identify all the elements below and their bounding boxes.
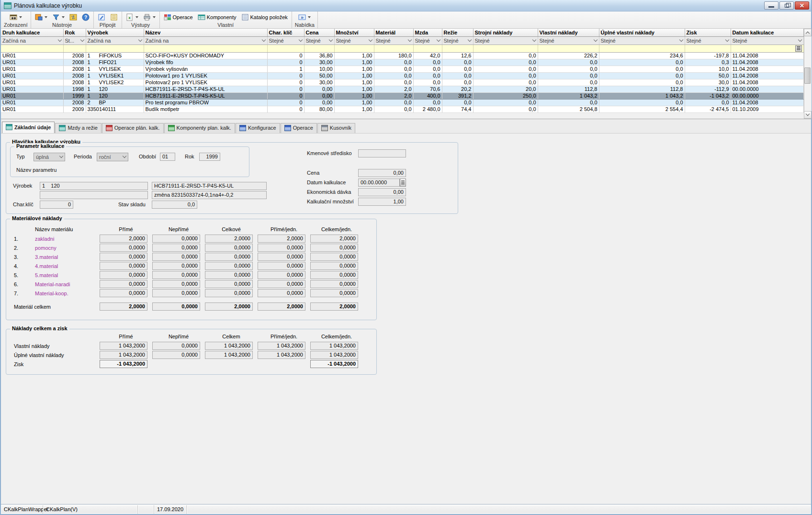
grid-column-header[interactable]: Strojní náklady xyxy=(473,29,538,36)
material-neprime-field[interactable]: 0,0000 xyxy=(152,244,200,252)
grid-row[interactable]: UR01 2008 1FIFOKUS SCO-FIFO+KUSY DOHROMA… xyxy=(1,52,803,59)
vyrobek-name-field[interactable]: HCB71911-E-2RSD-T-P4S-K5-UL xyxy=(152,182,267,190)
grid-column-header[interactable]: Množství xyxy=(334,29,374,36)
grid-row[interactable]: UR01 2008 2BP Pro test programu PBROW 0 … xyxy=(1,99,803,106)
material-celkove-field[interactable]: 0,0000 xyxy=(205,253,253,261)
filter-combo[interactable]: Stejné xyxy=(335,37,374,45)
material-prime-jedn-field[interactable]: 0,0000 xyxy=(258,244,305,252)
komponenty-button[interactable]: Komponenty xyxy=(197,13,237,22)
material-celkem-jedn-field[interactable]: 2,0000 xyxy=(310,235,358,243)
material-prime-jedn-field[interactable]: 0,0000 xyxy=(258,271,305,279)
vyrobek-note-field[interactable]: změna 823150337z4-0,1na4+-0,2 xyxy=(152,191,267,199)
menu-button[interactable]: » xyxy=(297,13,312,22)
material-celkem-jedn-field[interactable]: 0,0000 xyxy=(310,244,358,252)
filter-combo[interactable]: Stejné xyxy=(474,37,538,45)
close-button[interactable]: ✕ xyxy=(795,1,809,10)
cena-field[interactable]: 0,00 xyxy=(358,169,406,177)
material-prime-field[interactable]: 0,0000 xyxy=(100,271,147,279)
grid-row[interactable]: UR01 1999 1120 HCB71911-E-2RSD-T-P4S-K5-… xyxy=(1,92,803,99)
grid-row[interactable]: UR01 2008 1VYLISEK Výrobek vylisován 1 1… xyxy=(1,66,803,72)
grid-column-header[interactable]: Materiál xyxy=(374,29,413,36)
material-neprime-field[interactable]: 0,0000 xyxy=(152,289,200,297)
material-name-link[interactable]: 3.material xyxy=(25,254,100,260)
kalkulacni-mnozstvi-field[interactable]: 1,00 xyxy=(358,198,406,206)
grid-column-header[interactable]: Char. klíč xyxy=(267,29,304,36)
material-celkem-jedn-field[interactable]: 0,0000 xyxy=(310,271,358,279)
material-prime-jedn-field[interactable]: 0,0000 xyxy=(258,253,305,261)
typ-combobox[interactable]: úplná xyxy=(34,153,65,161)
operace-button[interactable]: Operace xyxy=(163,13,194,22)
scrollbar-thumb[interactable] xyxy=(804,67,811,84)
material-neprime-field[interactable]: 0,0000 xyxy=(152,253,200,261)
filter-combo[interactable]: Začíná na xyxy=(1,37,63,45)
material-celkove-field[interactable]: 0,0000 xyxy=(205,244,253,252)
grid-column-header[interactable]: Výrobek xyxy=(86,29,144,36)
material-neprime-field[interactable]: 0,0000 xyxy=(152,280,200,288)
material-celkove-field[interactable]: 0,0000 xyxy=(205,262,253,270)
material-prime-field[interactable]: 2,0000 xyxy=(100,235,147,243)
scroll-up-button[interactable] xyxy=(804,29,812,36)
filter-combo[interactable]: Stejné xyxy=(304,37,334,45)
transfer-button[interactable] xyxy=(68,13,78,22)
material-prime-field[interactable]: 0,0000 xyxy=(100,253,147,261)
filter-entry-cell[interactable] xyxy=(1,45,63,52)
filter-combo[interactable]: St... xyxy=(64,37,86,45)
material-prime-field[interactable]: 0,0000 xyxy=(100,289,147,297)
grid-column-header[interactable]: Vlastní náklady xyxy=(538,29,599,36)
perioda-combobox[interactable]: roční xyxy=(97,153,128,161)
filter-menu-button[interactable] xyxy=(51,13,66,22)
grid-column-header[interactable]: Zisk xyxy=(685,29,731,36)
material-prime-jedn-field[interactable]: 0,0000 xyxy=(258,280,305,288)
material-neprime-field[interactable]: 0,0000 xyxy=(152,235,200,243)
material-neprime-field[interactable]: 0,0000 xyxy=(152,262,200,270)
material-celkove-field[interactable]: 0,0000 xyxy=(205,280,253,288)
material-celkove-field[interactable]: 2,0000 xyxy=(205,235,253,243)
vyrobek-field2[interactable] xyxy=(40,191,148,199)
grid-row[interactable]: UR01 1998 1120 HCB71911-E-2RSD-T-P4S-K5-… xyxy=(1,86,803,92)
material-prime-jedn-field[interactable]: 2,0000 xyxy=(258,235,305,243)
material-prime-jedn-field[interactable]: 0,0000 xyxy=(258,289,305,297)
material-celkove-field[interactable]: 0,0000 xyxy=(205,271,253,279)
grid-row[interactable]: UR01 2008 1VYLISEK2 Polotovar2 pro 1 VYL… xyxy=(1,79,803,86)
material-celkem-jedn-field[interactable]: 0,0000 xyxy=(310,289,358,297)
grid-row[interactable]: UR01 2008 1VYLISEK1 Polotovar1 pro 1 VYL… xyxy=(1,72,803,79)
scroll-down-button[interactable] xyxy=(804,111,812,119)
grid-row[interactable]: UR01 2009 3350140111 Budík motlpetr 0 80… xyxy=(1,106,803,112)
grid-column-header[interactable]: Název xyxy=(144,29,267,36)
tab-zakladni-udaje[interactable]: Základní údaje xyxy=(2,122,55,133)
help-button[interactable]: ? xyxy=(81,13,90,22)
filter-combo[interactable]: Začíná na xyxy=(144,37,267,45)
obdobi-field[interactable]: 01 xyxy=(160,153,175,161)
export-button[interactable]: x xyxy=(125,13,139,22)
material-name-link[interactable]: 5.material xyxy=(25,272,100,278)
view-menu-button[interactable] xyxy=(9,13,23,22)
filter-combo[interactable]: Stejné xyxy=(685,37,731,45)
vertical-scrollbar[interactable] xyxy=(804,29,812,119)
grid-column-header[interactable]: Rok xyxy=(63,29,86,36)
kmenove-field[interactable] xyxy=(358,149,406,157)
material-prime-field[interactable]: 0,0000 xyxy=(100,262,147,270)
material-name-link[interactable]: zakladni xyxy=(25,236,100,242)
material-name-link[interactable]: pomocny xyxy=(25,245,100,251)
filter-combo[interactable]: Stejné xyxy=(538,37,599,45)
tab-konfigurace[interactable]: Konfigurace xyxy=(236,123,280,133)
tab-mzdy-a-rezie[interactable]: Mzdy a režie xyxy=(55,123,101,133)
edit-note-button[interactable] xyxy=(97,13,106,22)
attach-table-button[interactable] xyxy=(109,13,119,22)
print-button[interactable] xyxy=(142,13,157,22)
filter-combo[interactable]: Stejné xyxy=(374,37,413,45)
material-prime-jedn-field[interactable]: 0,0000 xyxy=(258,262,305,270)
tab-komponenty-plan-kalk[interactable]: Komponenty plan. kalk. xyxy=(164,123,235,133)
katalog-button[interactable]: Katalog položek xyxy=(240,13,289,22)
material-name-link[interactable]: 4.material xyxy=(25,263,100,269)
material-prime-field[interactable]: 0,0000 xyxy=(100,280,147,288)
grid-column-header[interactable]: Druh kalkulace xyxy=(1,29,63,36)
material-name-link[interactable]: Material-koop. xyxy=(25,291,100,296)
material-name-link[interactable]: Material-naradi xyxy=(25,281,100,287)
tab-kusovnik[interactable]: Kusovník xyxy=(317,123,355,133)
grid-column-header[interactable]: Datum kalkulace xyxy=(731,29,803,36)
filter-combo[interactable]: Stejné xyxy=(731,37,803,45)
material-celkove-field[interactable]: 0,0000 xyxy=(205,289,253,297)
filter-combo[interactable]: Začíná na xyxy=(86,37,144,45)
grid-column-header[interactable]: Režie xyxy=(442,29,473,36)
